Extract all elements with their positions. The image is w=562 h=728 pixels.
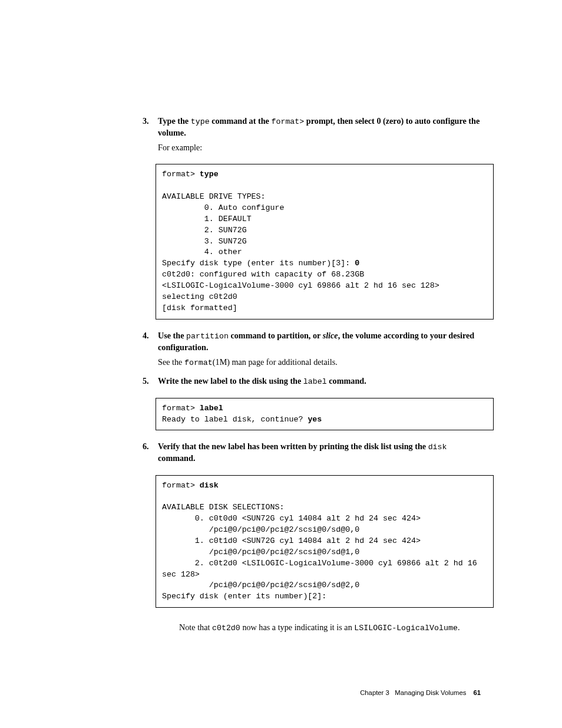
code-block-disk: format> disk AVAILABLE DISK SELECTIONS: …: [156, 475, 494, 608]
footer-page-number: 61: [473, 689, 481, 696]
step-4-instruction: Use the partition command to partition, …: [158, 330, 481, 353]
step-5: 5. Write the new label to the disk using…: [158, 375, 481, 387]
footer-title: Managing Disk Volumes: [395, 689, 466, 696]
note-text: Note that c0t2d0 now has a type indicati…: [179, 622, 481, 634]
code-block-type: format> type AVAILABLE DRIVE TYPES: 0. A…: [156, 164, 494, 319]
page: 3. Type the type command at the format> …: [0, 0, 562, 728]
step-5-number: 5.: [143, 375, 158, 387]
step-4-number: 4.: [143, 330, 158, 341]
step-4-followup: See the format(1M) man page for addition…: [158, 357, 481, 368]
step-3-followup: For example:: [158, 142, 481, 153]
step-3: 3. Type the type command at the format> …: [158, 116, 481, 153]
step-3-number: 3.: [143, 116, 158, 127]
footer-chapter: Chapter 3: [360, 689, 389, 696]
step-5-instruction: Write the new label to the disk using th…: [158, 375, 481, 387]
step-3-instruction: Type the type command at the format> pro…: [158, 116, 481, 139]
step-6-number: 6.: [143, 441, 158, 452]
step-4: 4. Use the partition command to partitio…: [158, 330, 481, 368]
step-6: 6. Verify that the new label has been wr…: [158, 441, 481, 464]
page-footer: Chapter 3 Managing Disk Volumes61: [360, 689, 481, 697]
step-6-instruction: Verify that the new label has been writt…: [158, 441, 481, 464]
code-block-label: format> label Ready to label disk, conti…: [156, 398, 494, 431]
